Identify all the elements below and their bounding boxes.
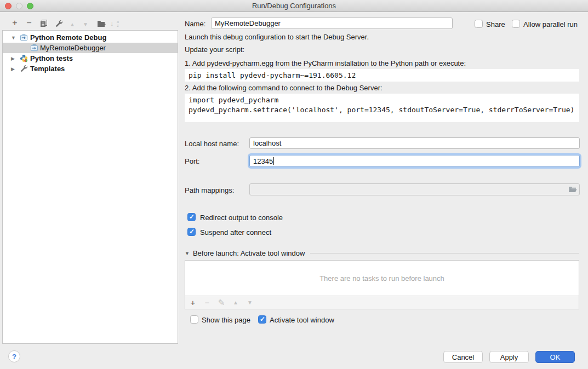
- configurations-tree: ▼ Python Remote Debug MyRemoteDebugger ▶: [2, 30, 178, 344]
- remove-configuration-icon[interactable]: −: [24, 18, 34, 28]
- header-rule: [310, 253, 579, 253]
- collapse-arrow-icon[interactable]: ▼: [185, 251, 190, 256]
- no-tasks-message: There are no tasks to run before launch: [319, 274, 444, 282]
- allow-parallel-run-checkbox[interactable]: [512, 20, 520, 28]
- tree-item-label[interactable]: Templates: [30, 65, 65, 73]
- local-host-name-label: Local host name:: [185, 140, 239, 148]
- tree-item-myremotedebugger[interactable]: MyRemoteDebugger: [3, 43, 178, 53]
- edit-templates-icon[interactable]: [54, 19, 64, 28]
- show-this-page-label[interactable]: Show this page: [202, 316, 250, 324]
- edit-task-icon[interactable]: ✎: [217, 298, 226, 308]
- port-label: Port:: [185, 157, 199, 165]
- window-title: Run/Debug Configurations: [0, 2, 588, 10]
- name-input[interactable]: [211, 18, 453, 29]
- move-task-up-icon[interactable]: ▲: [231, 299, 240, 305]
- move-down-icon[interactable]: ▼: [81, 19, 90, 29]
- before-launch-task-list[interactable]: There are no tasks to run before launch: [185, 260, 579, 296]
- settrace-code-line-2: pydevd_pycharm.settrace('localhost', por…: [189, 106, 574, 114]
- name-label: Name:: [185, 20, 205, 28]
- remote-debug-config-icon: [20, 33, 28, 42]
- intro-line-1: Launch this debug configuration to start…: [185, 33, 369, 41]
- tree-item-label[interactable]: MyRemoteDebugger: [40, 44, 106, 52]
- suspend-after-connect-checkbox[interactable]: [187, 228, 196, 236]
- before-launch-title: Before launch: Activate tool window: [193, 249, 305, 257]
- question-mark-icon: ?: [12, 353, 16, 361]
- settrace-code: import pydevd_pycharmpydevd_pycharm.sett…: [185, 94, 579, 122]
- titlebar: Run/Debug Configurations: [0, 0, 588, 12]
- tree-item-python-remote-debug[interactable]: ▼ Python Remote Debug: [3, 32, 178, 43]
- redirect-output-checkbox[interactable]: [187, 213, 196, 221]
- sort-configurations-icon[interactable]: ↓az: [110, 19, 119, 28]
- templates-wrench-icon: [20, 65, 28, 73]
- step-1-text: 1. Add pydevd-pycharm.egg from the PyCha…: [185, 59, 466, 67]
- activate-tool-window-label[interactable]: Activate tool window: [270, 316, 334, 324]
- create-folder-icon[interactable]: [96, 19, 106, 28]
- tree-item-templates[interactable]: ▶ Templates: [3, 64, 178, 74]
- tree-item-label[interactable]: Python tests: [30, 54, 73, 62]
- tree-item-python-tests[interactable]: ▶ Python tests: [3, 53, 178, 64]
- python-tests-icon: [20, 54, 28, 62]
- browse-folder-icon[interactable]: [568, 185, 578, 194]
- port-value: 12345: [253, 157, 273, 165]
- remove-task-icon[interactable]: −: [203, 298, 212, 307]
- allow-parallel-run-label[interactable]: Allow parallel run: [523, 20, 578, 28]
- remote-debug-config-icon: [30, 44, 38, 52]
- suspend-after-connect-label[interactable]: Suspend after connect: [200, 228, 271, 237]
- move-up-icon[interactable]: ▲: [67, 19, 77, 29]
- before-launch-toolbar: + − ✎ ▲ ▼: [185, 296, 579, 309]
- pip-install-code: pip install pydevd-pycharm~=191.6605.12: [185, 69, 579, 82]
- help-button[interactable]: ?: [8, 350, 20, 362]
- copy-configuration-icon[interactable]: [39, 19, 49, 28]
- before-launch-header[interactable]: ▼ Before launch: Activate tool window: [185, 249, 579, 257]
- redirect-output-label[interactable]: Redirect output to console: [200, 214, 283, 222]
- port-input[interactable]: 12345: [249, 155, 580, 167]
- cancel-button[interactable]: Cancel: [443, 351, 483, 363]
- add-configuration-icon[interactable]: +: [10, 18, 20, 28]
- activate-tool-window-checkbox[interactable]: [258, 315, 266, 324]
- step-2-text: 2. Add the following command to connect …: [185, 84, 383, 92]
- expand-arrow-icon[interactable]: ▶: [11, 56, 15, 61]
- apply-button[interactable]: Apply: [489, 351, 529, 363]
- path-mappings-input[interactable]: [249, 183, 580, 195]
- ok-button[interactable]: OK: [535, 351, 575, 363]
- collapse-arrow-icon[interactable]: ▼: [11, 35, 16, 41]
- text-caret: [273, 157, 274, 165]
- show-this-page-checkbox[interactable]: [190, 315, 198, 324]
- path-mappings-label: Path mappings:: [185, 186, 234, 194]
- share-label[interactable]: Share: [486, 20, 505, 28]
- run-debug-configurations-dialog: Run/Debug Configurations + − ▲ ▼ ↓az ▼ P…: [0, 0, 588, 369]
- expand-arrow-icon[interactable]: ▶: [11, 66, 15, 72]
- settrace-code-line-1: import pydevd_pycharm: [189, 96, 278, 104]
- local-host-name-input[interactable]: [249, 137, 580, 149]
- move-task-down-icon[interactable]: ▼: [246, 299, 254, 305]
- tree-item-label[interactable]: Python Remote Debug: [30, 33, 106, 42]
- add-task-icon[interactable]: +: [189, 298, 197, 307]
- intro-line-2: Update your script:: [185, 45, 244, 54]
- share-checkbox[interactable]: [475, 20, 483, 28]
